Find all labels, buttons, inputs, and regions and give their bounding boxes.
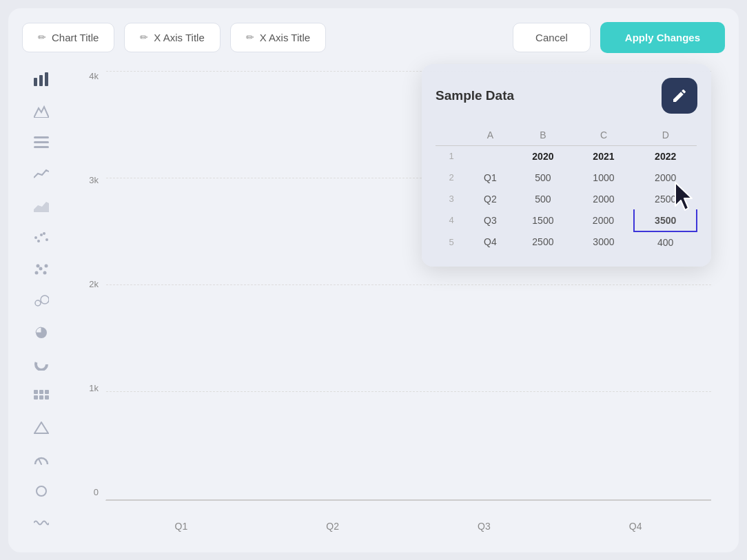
- svg-point-15: [45, 264, 48, 267]
- table-row: 2 Q1 500 1000 2000: [436, 167, 697, 188]
- x-axis-title-label-2: X Axis Title: [260, 32, 310, 43]
- row-4-d-highlighted[interactable]: 3500: [634, 209, 697, 231]
- col-header-a: A: [467, 125, 513, 146]
- svg-point-13: [35, 271, 39, 274]
- mountain-chart-icon[interactable]: [29, 98, 54, 123]
- cancel-button[interactable]: Cancel: [513, 23, 591, 52]
- data-table: A B C D 1 2020 2021 2022: [436, 125, 697, 253]
- x-axis-title-button-2[interactable]: ✏ X Axis Title: [230, 23, 326, 52]
- svg-rect-6: [34, 146, 49, 148]
- y-label-1k: 1k: [89, 383, 99, 393]
- row-num-1: 1: [436, 145, 467, 167]
- row-2-d[interactable]: 2000: [634, 167, 697, 188]
- x-label-q1: Q1: [175, 521, 188, 532]
- svg-point-29: [37, 486, 46, 496]
- svg-point-20: [36, 359, 47, 370]
- svg-line-28: [39, 459, 41, 464]
- top-bar: ✏ Chart Title ✏ X Axis Title ✏ X Axis Ti…: [22, 22, 725, 53]
- row-1-c[interactable]: 2021: [573, 145, 635, 167]
- row-3-d[interactable]: 2500: [634, 188, 697, 209]
- svg-point-17: [37, 264, 40, 267]
- svg-point-14: [39, 267, 43, 270]
- svg-point-10: [45, 238, 48, 241]
- x-axis: Q1 Q2 Q3 Q4: [105, 521, 711, 532]
- x-label-q2: Q2: [326, 521, 339, 532]
- svg-rect-2: [45, 72, 48, 86]
- col-header-b: B: [513, 125, 573, 146]
- row-5-c[interactable]: 3000: [573, 231, 635, 253]
- svg-point-9: [40, 234, 43, 236]
- row-1-d[interactable]: 2022: [634, 145, 697, 167]
- row-4-b[interactable]: 1500: [513, 209, 573, 231]
- bubble-icon[interactable]: [29, 289, 54, 313]
- x-axis-title-button-1[interactable]: ✏ X Axis Title: [124, 23, 220, 52]
- svg-point-18: [35, 300, 41, 306]
- svg-point-19: [41, 295, 49, 304]
- svg-rect-5: [34, 141, 49, 143]
- scatter-icon[interactable]: [29, 257, 54, 282]
- col-header-empty: [436, 125, 467, 146]
- circle-icon[interactable]: [29, 479, 54, 504]
- svg-rect-23: [45, 390, 49, 394]
- row-5-a[interactable]: Q4: [467, 231, 513, 253]
- triangle-icon[interactable]: [29, 415, 54, 440]
- svg-rect-1: [39, 75, 43, 86]
- bar-chart-icon[interactable]: [29, 67, 54, 92]
- row-num-3: 3: [436, 188, 467, 209]
- row-num-5: 5: [436, 231, 467, 253]
- panel-edit-button[interactable]: [662, 78, 697, 114]
- donut-icon[interactable]: [29, 352, 54, 377]
- apply-changes-button[interactable]: Apply Changes: [600, 22, 725, 53]
- svg-rect-24: [34, 395, 38, 400]
- dots-icon[interactable]: [29, 225, 54, 250]
- row-4-c[interactable]: 2000: [573, 209, 635, 231]
- svg-rect-4: [34, 136, 49, 138]
- app-container: ✏ Chart Title ✏ X Axis Title ✏ X Axis Ti…: [8, 8, 739, 552]
- row-2-b[interactable]: 500: [513, 167, 573, 188]
- table-row: 1 2020 2021 2022: [436, 145, 697, 167]
- sample-data-panel: Sample Data A B C D: [422, 64, 711, 267]
- row-1-b[interactable]: 2020: [513, 145, 573, 167]
- svg-rect-25: [39, 395, 43, 400]
- sidebar: [22, 64, 61, 539]
- grid-icon[interactable]: [29, 384, 54, 408]
- y-label-2k: 2k: [89, 279, 99, 289]
- svg-marker-27: [34, 422, 48, 433]
- wave-icon[interactable]: [29, 510, 54, 535]
- panel-title: Sample Data: [436, 88, 514, 103]
- pie-icon[interactable]: [29, 320, 54, 345]
- svg-point-11: [37, 240, 40, 242]
- row-2-c[interactable]: 1000: [573, 167, 635, 188]
- gauge-icon[interactable]: [29, 447, 54, 472]
- pencil-icon-2: ✏: [140, 32, 148, 43]
- svg-marker-7: [34, 202, 49, 212]
- row-3-a[interactable]: Q2: [467, 188, 513, 209]
- y-axis: 4k 3k 2k 1k 0: [74, 71, 99, 497]
- area-chart-icon[interactable]: [29, 194, 54, 218]
- main-content: 4k 3k 2k 1k 0: [22, 64, 725, 539]
- svg-point-8: [34, 236, 37, 239]
- col-header-d: D: [634, 125, 697, 146]
- row-5-d[interactable]: 400: [634, 231, 697, 253]
- pencil-icon: ✏: [38, 32, 46, 43]
- x-label-q4: Q4: [629, 521, 642, 532]
- chart-area: 4k 3k 2k 1k 0: [61, 64, 725, 539]
- svg-rect-22: [39, 390, 43, 394]
- y-label-0: 0: [94, 487, 99, 497]
- svg-point-12: [43, 232, 45, 235]
- table-row: 3 Q2 500 2000 2500: [436, 188, 697, 209]
- list-icon[interactable]: [29, 130, 54, 155]
- row-3-b[interactable]: 500: [513, 188, 573, 209]
- row-1-a: [467, 145, 513, 167]
- row-5-b[interactable]: 2500: [513, 231, 573, 253]
- svg-point-16: [43, 271, 47, 274]
- row-2-a[interactable]: Q1: [467, 167, 513, 188]
- pencil-icon-3: ✏: [246, 32, 254, 43]
- x-axis-title-label-1: X Axis Title: [154, 32, 204, 43]
- chart-title-button[interactable]: ✏ Chart Title: [22, 23, 114, 52]
- y-label-4k: 4k: [89, 71, 99, 81]
- row-4-a[interactable]: Q3: [467, 209, 513, 231]
- line-chart-icon[interactable]: [29, 162, 54, 187]
- col-header-c: C: [573, 125, 635, 146]
- row-3-c[interactable]: 2000: [573, 188, 635, 209]
